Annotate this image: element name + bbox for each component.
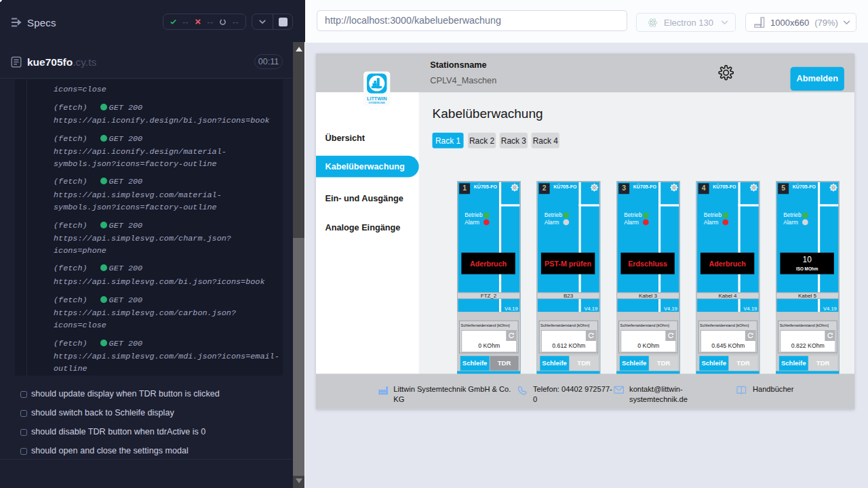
svg-text:LITTWIN: LITTWIN [367,96,387,102]
svg-text:SYSTEMTECHNIK: SYSTEMTECHNIK [369,102,386,104]
